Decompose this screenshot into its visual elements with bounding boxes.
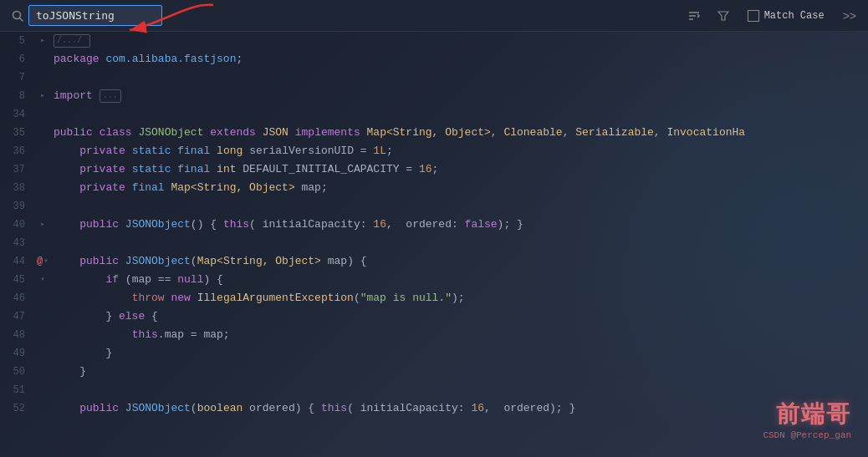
table-row: 43 (0, 234, 868, 252)
table-row: 46 throw new IllegalArgumentException("m… (0, 289, 868, 307)
watermark-chinese: 前端哥 (763, 399, 851, 430)
search-input[interactable] (28, 5, 162, 26)
table-row: 7 (0, 69, 868, 87)
fold-gutter[interactable]: ▸ (35, 87, 50, 105)
table-row: 5 ▸ /.../ (0, 32, 868, 50)
table-row: 51 (0, 381, 868, 399)
table-row: 6 package com.alibaba.fastjson; (0, 50, 868, 69)
fold-gutter[interactable]: ▸ (35, 216, 50, 234)
table-row: 47 } else { (0, 307, 868, 326)
search-bar: Match Case >> (0, 0, 868, 32)
table-row: 34 (0, 105, 868, 124)
table-row: 39 (0, 197, 868, 216)
match-case-toggle[interactable]: Match Case (741, 8, 831, 24)
filter-button[interactable] (712, 7, 734, 25)
table-row: 8 ▸ import ... (0, 87, 868, 105)
watermark: 前端哥 CSDN @Percep_gan (763, 399, 851, 440)
table-row: 38 private final Map<String, Object> map… (0, 179, 868, 197)
table-row: 48 this.map = map; (0, 326, 868, 344)
table-row: 50 } (0, 363, 868, 381)
table-row: 44 @ ▾ public JSONObject(Map<String, Obj… (0, 252, 868, 271)
match-case-label: Match Case (764, 10, 825, 22)
table-row: 37 private static final int DEFAULT_INIT… (0, 160, 868, 179)
table-row: 49 } (0, 344, 868, 363)
search-icon (7, 10, 28, 22)
match-case-checkbox[interactable] (748, 10, 759, 22)
table-row: 36 private static final long serialVersi… (0, 142, 868, 160)
code-editor: 5 ▸ /.../ 6 package com.alibaba.fastjson… (0, 32, 868, 457)
at-gutter: @ ▾ (35, 252, 50, 271)
sort-results-button[interactable] (682, 6, 706, 26)
fold-gutter[interactable]: ▾ (35, 271, 50, 289)
svg-marker-6 (718, 12, 728, 20)
table-row: 45 ▾ if (map == null) { (0, 271, 868, 289)
fold-gutter[interactable]: ▸ (35, 32, 50, 50)
watermark-sub: CSDN @Percep_gan (763, 430, 851, 440)
table-row: 35 public class JSONObject extends JSON … (0, 124, 868, 142)
table-row: 52 public JSONObject(boolean ordered) { … (0, 399, 868, 418)
svg-line-1 (20, 18, 23, 21)
table-row: 40 ▸ public JSONObject() { this( initial… (0, 216, 868, 234)
search-toolbar-right: Match Case >> (682, 6, 861, 26)
more-options-button[interactable]: >> (838, 6, 861, 26)
